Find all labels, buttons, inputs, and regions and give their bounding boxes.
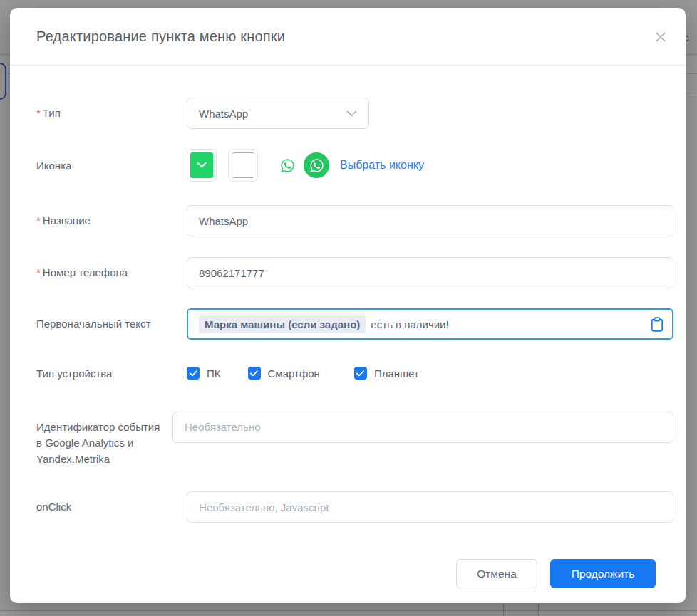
- close-button[interactable]: [653, 29, 668, 45]
- initial-text-label: Первоначальный текст: [26, 308, 187, 340]
- initial-text-input[interactable]: Марка машины (если задано) есть в наличи…: [187, 308, 673, 340]
- device-type-label: Тип устройства: [26, 365, 187, 382]
- choose-icon-link[interactable]: Выбрать иконку: [340, 159, 424, 172]
- dialog-header: Редактирование пункта меню кнопки: [10, 8, 686, 66]
- field-row-initial-text: Первоначальный текст Марка машины (если …: [26, 308, 673, 340]
- dialog-footer: Отмена Продолжить: [26, 559, 673, 588]
- copy-button[interactable]: [651, 317, 664, 332]
- icon-label: Иконка: [26, 149, 187, 182]
- whatsapp-preview-badge: [304, 152, 329, 178]
- check-icon: [356, 370, 364, 377]
- type-select[interactable]: WhatsApp: [187, 98, 369, 129]
- variable-token[interactable]: Марка машины (если задано): [199, 315, 366, 333]
- checkbox-smartphone[interactable]: Смартфон: [248, 367, 320, 380]
- checked-checkbox: [354, 367, 367, 380]
- field-row-icon: Иконка: [26, 149, 673, 182]
- whatsapp-icon: [309, 158, 324, 173]
- chevron-down-icon: [197, 162, 207, 168]
- chevron-down-icon: [346, 110, 357, 117]
- checkbox-label: Планшет: [374, 367, 419, 380]
- field-row-device-type: Тип устройства ПК: [26, 365, 673, 382]
- phone-input[interactable]: [187, 257, 673, 288]
- type-label: *Тип: [26, 98, 187, 129]
- checkbox-tablet[interactable]: Планшет: [354, 367, 419, 380]
- icon-color-picker[interactable]: [187, 149, 217, 182]
- analytics-id-label: Идентификатор события в Google Analytics…: [26, 412, 172, 468]
- name-label: *Название: [26, 205, 187, 236]
- screen: ис Редактирование пункта меню кнопки *Ти…: [0, 0, 697, 616]
- dialog-body: *Тип WhatsApp Иконка: [10, 66, 686, 588]
- field-row-name: *Название: [26, 205, 673, 236]
- edit-menu-item-dialog: Редактирование пункта меню кнопки *Тип W…: [10, 8, 686, 603]
- onclick-input[interactable]: [187, 491, 673, 523]
- required-marker: *: [36, 266, 41, 278]
- cancel-button[interactable]: Отмена: [456, 559, 537, 588]
- icon-background-color-picker[interactable]: [228, 149, 258, 182]
- field-row-analytics-id: Идентификатор события в Google Analytics…: [26, 412, 673, 468]
- checkbox-label: ПК: [207, 367, 221, 380]
- checked-checkbox: [248, 367, 261, 380]
- onclick-label: onClick: [26, 491, 187, 523]
- required-marker: *: [36, 107, 41, 119]
- whatsapp-icon: [280, 158, 295, 173]
- clipboard-icon: [651, 317, 664, 332]
- field-row-type: *Тип WhatsApp: [26, 98, 673, 129]
- dialog-title: Редактирование пункта меню кнопки: [36, 28, 285, 45]
- type-select-value: WhatsApp: [199, 108, 248, 120]
- close-icon: [655, 31, 666, 43]
- continue-button[interactable]: Продолжить: [550, 559, 656, 588]
- name-input[interactable]: [187, 205, 673, 236]
- check-icon: [190, 370, 197, 377]
- field-row-onclick: onClick: [26, 491, 673, 523]
- checkbox-label: Смартфон: [268, 367, 320, 380]
- initial-text-value: есть в наличии!: [371, 318, 448, 330]
- check-icon: [250, 370, 258, 377]
- checkbox-pc[interactable]: ПК: [187, 367, 221, 380]
- analytics-id-input[interactable]: [172, 412, 673, 443]
- checked-checkbox: [187, 367, 200, 380]
- field-row-phone: *Номер телефона: [26, 257, 673, 288]
- phone-label: *Номер телефона: [26, 257, 187, 288]
- required-marker: *: [36, 214, 41, 226]
